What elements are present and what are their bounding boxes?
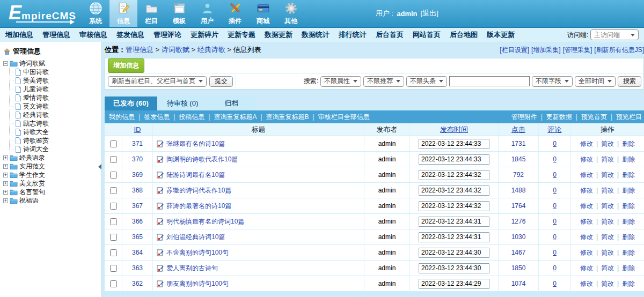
- quick-edit-link[interactable]: 简改: [593, 217, 614, 226]
- menu-item[interactable]: 审核信息: [79, 30, 107, 40]
- tab-published[interactable]: 已发布 (60): [105, 96, 157, 110]
- delete-link[interactable]: 删除: [614, 264, 635, 273]
- edit-link[interactable]: 修改: [580, 202, 593, 211]
- delete-link[interactable]: 删除: [614, 233, 635, 242]
- headline-filter-select[interactable]: 不限头条: [406, 76, 447, 87]
- action-link[interactable]: 签发信息: [135, 113, 170, 122]
- access-select[interactable]: 主访问端: [590, 29, 639, 40]
- tree-leaf-category[interactable]: 励志诗歌: [15, 119, 101, 128]
- publish-time-input[interactable]: [419, 232, 489, 242]
- info-title-link[interactable]: 刘伯温经典诗词10篇: [166, 233, 225, 242]
- tree-leaf-category[interactable]: 经典诗歌: [15, 110, 101, 119]
- comment-count-link[interactable]: 0: [553, 264, 557, 272]
- menu-item[interactable]: 数据统计: [302, 30, 330, 40]
- action-link[interactable]: 预览首页: [572, 113, 607, 122]
- comment-count-link[interactable]: 0: [553, 249, 557, 256]
- info-title-link[interactable]: 不舍离别的诗句100句: [166, 248, 229, 257]
- row-checkbox[interactable]: [110, 203, 117, 210]
- publish-time-input[interactable]: [419, 139, 489, 149]
- action-link[interactable]: 查询重复标题A: [204, 113, 257, 122]
- action-link[interactable]: 我的信息: [109, 113, 135, 122]
- menu-item[interactable]: 网站首页: [413, 30, 441, 40]
- submit-button[interactable]: 提交: [209, 76, 233, 87]
- quick-edit-link[interactable]: 简改: [593, 170, 614, 180]
- publish-time-input[interactable]: [419, 201, 489, 211]
- row-checkbox[interactable]: [110, 156, 117, 163]
- breadcrumb-link[interactable]: 管理信息: [126, 45, 162, 55]
- action-link[interactable]: 预览栏目: [607, 113, 642, 122]
- info-title-link[interactable]: 朋友离别的诗句100句: [166, 279, 229, 288]
- logo[interactable]: EmpireCMS: [0, 0, 82, 27]
- time-filter-select[interactable]: 全部时间: [575, 76, 616, 87]
- tree-leaf-category[interactable]: 诗歌鉴赏: [15, 136, 101, 145]
- tree-leaf-category[interactable]: 儿童诗歌: [15, 85, 101, 93]
- nav-item-other[interactable]: 其他: [277, 0, 305, 27]
- info-title-link[interactable]: 苏辙的诗词代表作10篇: [166, 186, 231, 195]
- tree-folder-category[interactable]: + 名言警句: [3, 188, 101, 196]
- action-link[interactable]: 更新数据: [537, 113, 572, 122]
- quick-edit-link[interactable]: 简改: [593, 248, 614, 257]
- delete-link[interactable]: 删除: [614, 202, 635, 211]
- quick-edit-link[interactable]: 简改: [593, 186, 614, 195]
- menu-item[interactable]: 后台地图: [450, 30, 478, 40]
- edit-link[interactable]: 修改: [580, 264, 593, 273]
- recommend-filter-select[interactable]: 不限推荐: [363, 76, 404, 87]
- tree-root-poetry[interactable]: − 诗词歌赋: [3, 59, 101, 68]
- menu-item[interactable]: 管理信息: [42, 30, 70, 40]
- action-link[interactable]: [栏目设置]: [500, 46, 529, 55]
- publish-time-input[interactable]: [419, 154, 489, 165]
- delete-link[interactable]: 删除: [614, 170, 635, 180]
- action-link[interactable]: [增加采集]: [531, 46, 561, 55]
- tree-leaf-category[interactable]: 中国诗歌: [15, 68, 101, 76]
- sort-by-id[interactable]: ID: [134, 125, 141, 133]
- tree-folder-category[interactable]: + 实用范文: [3, 162, 101, 170]
- publish-time-input[interactable]: [419, 217, 489, 227]
- sort-by-comments[interactable]: 评论: [548, 125, 562, 135]
- edit-link[interactable]: 修改: [580, 217, 593, 226]
- edit-link[interactable]: 修改: [580, 248, 593, 257]
- info-title-link[interactable]: 陆游诗词最有名10篇: [166, 170, 225, 180]
- comment-count-link[interactable]: 0: [553, 218, 557, 225]
- nav-item-info[interactable]: 信息: [109, 0, 137, 27]
- publish-time-input[interactable]: [419, 279, 489, 289]
- row-checkbox[interactable]: [110, 234, 117, 241]
- tab-archived[interactable]: 归档: [208, 96, 255, 110]
- comment-count-link[interactable]: 0: [553, 202, 557, 210]
- comment-count-link[interactable]: 0: [553, 280, 557, 287]
- delete-link[interactable]: 删除: [614, 139, 635, 148]
- row-checkbox[interactable]: [110, 249, 117, 256]
- delete-link[interactable]: 删除: [614, 186, 635, 195]
- field-filter-select[interactable]: 不限字段: [532, 76, 573, 87]
- collapse-minus-icon[interactable]: −: [3, 61, 8, 66]
- expand-plus-icon[interactable]: +: [3, 155, 8, 160]
- edit-link[interactable]: 修改: [580, 170, 593, 180]
- edit-link[interactable]: 修改: [580, 186, 593, 195]
- info-title-link[interactable]: 陶渊明的诗歌代表作10篇: [166, 155, 238, 164]
- row-checkbox[interactable]: [110, 187, 117, 194]
- publish-time-input[interactable]: [419, 185, 489, 196]
- attr-filter-select[interactable]: 不限属性: [320, 76, 361, 87]
- action-link[interactable]: 投稿信息: [170, 113, 204, 122]
- nav-item-shop[interactable]: 商城: [249, 0, 277, 27]
- tree-leaf-category[interactable]: 诗词大全: [15, 145, 101, 153]
- tree-folder-category[interactable]: + 祝福语: [3, 196, 101, 205]
- sidebar-collapse-handle[interactable]: [98, 164, 101, 169]
- tree-leaf-category[interactable]: 爱情诗歌: [15, 93, 101, 102]
- tree-folder-category[interactable]: + 经典语录: [3, 153, 101, 162]
- expand-plus-icon[interactable]: +: [3, 164, 8, 169]
- nav-item-plugins[interactable]: 插件: [221, 0, 249, 27]
- action-link[interactable]: [刷新所有信息JS]: [594, 46, 644, 55]
- edit-link[interactable]: 修改: [580, 233, 593, 242]
- tree-leaf-category[interactable]: 诗歌大全: [15, 128, 101, 136]
- info-title-link[interactable]: 爱人离别的古诗句: [166, 264, 218, 273]
- quick-edit-link[interactable]: 简改: [593, 279, 614, 288]
- nav-item-users[interactable]: 用户: [193, 0, 221, 27]
- menu-item[interactable]: 管理评论: [153, 30, 181, 40]
- action-link[interactable]: [管理采集]: [563, 46, 592, 55]
- menu-item[interactable]: 更新碎片: [191, 30, 218, 40]
- expand-plus-icon[interactable]: +: [3, 181, 8, 186]
- edit-link[interactable]: 修改: [580, 279, 593, 288]
- breadcrumb-link[interactable]: 诗词歌赋: [162, 45, 197, 55]
- quick-edit-link[interactable]: 简改: [593, 139, 614, 148]
- menu-item[interactable]: 排行统计: [339, 30, 367, 40]
